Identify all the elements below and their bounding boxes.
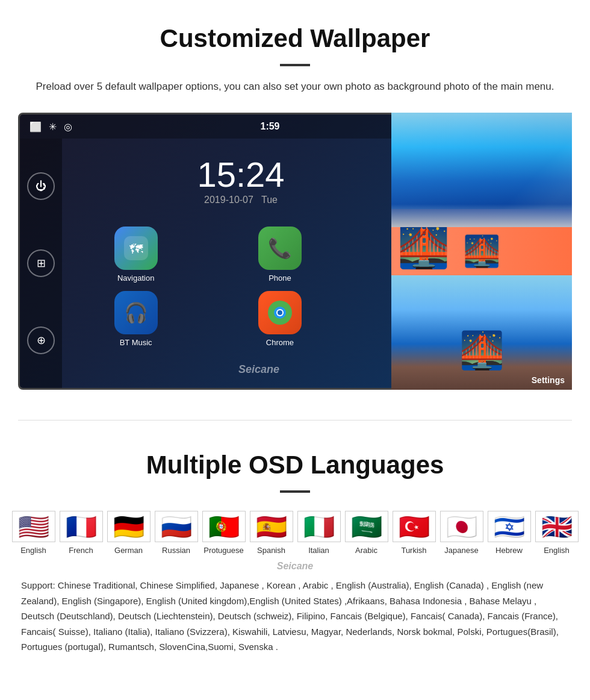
app-chrome[interactable]: Chrome [212,291,347,347]
flag-tr-label: Turkish [401,546,426,555]
flag-it-label: Italian [308,546,329,555]
flag-japanese: 🇯🇵 Japanese [439,511,484,555]
app-phone[interactable]: 📞 Phone [212,227,347,283]
location-icon: ◎ [64,121,72,133]
languages-title-divider [280,490,310,493]
phone-label: Phone [269,273,291,283]
status-left-icons: ⬜ ✳ ◎ [30,121,72,133]
svg-text:🗺: 🗺 [129,242,143,257]
flag-jp-icon: 🇯🇵 [440,511,483,542]
device-mockup: ⬜ ✳ ◎ 1:59 ⧉ ↩ ⏻ ⊞ ⊕ [18,113,572,396]
photo-ice [391,113,572,227]
flag-fr-icon: 🇫🇷 [60,511,103,542]
phone-icon: 📞 [258,227,302,270]
clock-date: 2019-10-07 Tue [68,195,414,205]
flags-row: 🇺🇸 English 🇫🇷 French 🇩🇪 German 🇷🇺 Russia… [18,511,572,555]
languages-section: Multiple OSD Languages 🇺🇸 English 🇫🇷 Fre… [0,427,590,667]
section-divider [18,420,572,420]
flag-italian: 🇮🇹 Italian [296,511,341,555]
screen-sidebar: ⏻ ⊞ ⊕ [20,139,62,388]
btmusic-icon: 🎧 [114,291,158,334]
flag-pt-label: Protuguese [203,546,244,555]
navigation-icon: 🗺 [114,227,158,270]
flag-russian: 🇷🇺 Russian [154,511,199,555]
seicane-watermark-lang: Seicane [18,561,572,572]
wallpaper-title: Customized Wallpaper [18,24,572,53]
app-btmusic[interactable]: 🎧 BT Music [68,291,203,347]
flag-de-icon: 🇩🇪 [107,511,151,542]
languages-title: Multiple OSD Languages [18,451,572,480]
flag-french: 🇫🇷 French [58,511,104,555]
flag-it-icon: 🇮🇹 [297,511,341,542]
flag-arabic: 🇸🇦 Arabic [344,511,389,555]
flag-tr-icon: 🇹🇷 [393,511,436,542]
flag-english-gb: 🇬🇧 English [534,511,579,555]
power-button[interactable]: ⏻ [27,172,55,200]
svg-point-5 [278,310,282,315]
flag-fr-label: French [69,546,93,555]
flag-portuguese: 🇵🇹 Protuguese [201,511,246,555]
flag-ar-icon: 🇸🇦 [345,511,388,542]
clock-block: 15:24 2019-10-07 Tue [68,157,414,205]
settings-button[interactable]: ⊕ [27,327,55,354]
flag-gb-icon: 🇬🇧 [535,511,579,542]
flag-german: 🇩🇪 German [106,511,151,555]
clock-time: 15:24 [68,157,414,192]
flag-es-label: Spanish [257,546,285,555]
flag-il-label: Hebrew [495,546,523,555]
flag-hebrew: 🇮🇱 Hebrew [486,511,532,555]
flag-ar-label: Arabic [355,546,377,555]
grid-button[interactable]: ⊞ [27,249,55,277]
flag-ru-icon: 🇷🇺 [155,511,198,542]
brightness-icon: ✳ [49,121,57,133]
flag-spanish: 🇪🇸 Spanish [249,511,294,555]
flag-pt-icon: 🇵🇹 [202,511,246,542]
btmusic-label: BT Music [120,338,152,347]
photo-overlays: 🌉 🌉 Settings [391,113,572,390]
flag-us-label: English [20,546,46,555]
flag-ru-label: Russian [162,546,190,555]
app-navigation[interactable]: 🗺 Navigation [68,227,203,283]
chrome-icon [258,291,302,334]
flag-es-icon: 🇪🇸 [250,511,293,542]
seicane-watermark-screen: Seicane [238,363,279,376]
wallpaper-description: Preload over 5 default wallpaper options… [24,78,566,95]
wallpaper-section: Customized Wallpaper Preload over 5 defa… [0,0,590,414]
flag-jp-label: Japanese [444,546,478,555]
rectangle-icon: ⬜ [30,121,42,133]
status-time: 1:59 [260,121,279,132]
title-divider [280,64,310,66]
chrome-label: Chrome [266,338,294,347]
photo-bridge-mini: 🌉 [391,227,572,275]
language-support-text: Support: Chinese Traditional, Chinese Si… [18,578,572,655]
flag-de-label: German [114,546,143,555]
flag-english-us: 🇺🇸 English [11,511,56,555]
navigation-label: Navigation [117,273,154,283]
flag-turkish: 🇹🇷 Turkish [391,511,436,555]
settings-label: Settings [532,375,565,385]
flag-gb-label: English [544,546,570,555]
flag-il-icon: 🇮🇱 [488,511,531,542]
flag-us-icon: 🇺🇸 [12,511,55,542]
photo-bridge-full: 🌉 Settings [391,275,572,390]
